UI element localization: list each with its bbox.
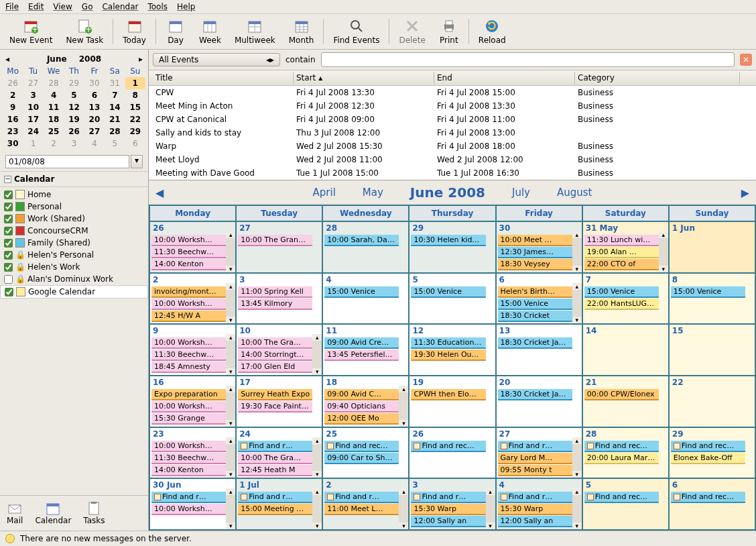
mini-day[interactable]: 16 — [3, 113, 23, 125]
calendar-event[interactable]: 10:00 The Gra… — [238, 453, 312, 464]
calendar-event[interactable]: 18:30 Cricket — [498, 311, 572, 322]
day-cell[interactable]: 910:00 Worksh…11:30 Beechw…18:45 Amnesty… — [150, 325, 237, 376]
calendar-event[interactable]: Find and r… — [324, 492, 399, 503]
day-cell[interactable]: 2018:30 Cricket Ja… — [497, 376, 583, 428]
calendar-event[interactable]: 12:00 QEE Mo — [324, 413, 399, 425]
event-row[interactable]: Meet LloydWed 2 Jul 2008 11:00Wed 2 Jul … — [149, 153, 756, 166]
calendar-event[interactable]: 10:00 The Gra… — [238, 337, 312, 349]
calendar-event[interactable]: Helen's Birth… — [498, 286, 572, 298]
calendar-event[interactable]: Find and r… — [498, 492, 572, 503]
day-cell[interactable]: 3Find and r…15:30 Warp12:00 Sally an▴▾ — [410, 479, 496, 531]
mini-day[interactable]: 30 — [84, 77, 105, 89]
mini-day[interactable]: 6 — [125, 138, 145, 150]
day-cell[interactable]: 1318:30 Cricket Ja… — [497, 325, 583, 376]
mini-day[interactable]: 22 — [125, 113, 145, 125]
calendar-event[interactable]: 15:30 Grange — [151, 413, 226, 425]
day-cell[interactable]: 2610:00 Worksh…11:30 Beechw…14:00 Kenton… — [150, 222, 237, 274]
calendar-event[interactable]: 19:00 Alan … — [584, 247, 659, 258]
calendar-event[interactable]: Elonex Bake-Off — [671, 453, 745, 464]
calendar-event[interactable]: Gary Lord M… — [498, 453, 572, 464]
search-input[interactable] — [321, 52, 735, 67]
day-cell[interactable]: 28Find and rec…20:00 Laura Mark… — [583, 428, 670, 480]
prev-month-arrow[interactable]: ◀ — [155, 186, 164, 199]
calendar-checkbox[interactable] — [4, 239, 13, 248]
date-dropdown[interactable]: ▾ — [131, 155, 143, 168]
next-month-arrow[interactable]: ▶ — [741, 186, 749, 199]
event-filter-combo[interactable]: All Events◂▸ — [153, 53, 280, 66]
menu-calendar[interactable]: Calendar — [102, 2, 138, 11]
calendar-event[interactable]: Find and rec… — [324, 441, 399, 452]
day-cell[interactable]: 1109:00 Avid Cre…13:45 Petersfield… — [323, 325, 410, 376]
day-cell[interactable]: 2invoicing/mont…10:00 Worksh…12:45 H/W A… — [150, 274, 237, 325]
calendar-event[interactable]: 18:30 Veysey — [498, 259, 572, 270]
day-cell[interactable]: 2710:00 The Grang… — [237, 222, 323, 274]
column-header[interactable]: Category — [575, 72, 740, 84]
mini-day[interactable]: 9 — [3, 101, 23, 113]
search-clear[interactable]: ✕ — [740, 54, 752, 66]
calendar-event[interactable]: 11:30 Education … — [411, 337, 485, 349]
cell-scrollbar[interactable]: ▴▾ — [226, 437, 235, 478]
calendar-event[interactable]: 14:00 Kenton — [151, 465, 226, 476]
cell-scrollbar[interactable]: ▴▾ — [226, 231, 235, 272]
mini-day[interactable]: 1 — [125, 77, 145, 89]
menu-help[interactable]: Help — [177, 2, 195, 11]
calendar-event[interactable]: 14:00 Storringt… — [238, 349, 312, 361]
mini-day[interactable]: 12 — [64, 101, 84, 113]
column-header[interactable]: Title — [153, 72, 294, 84]
reload-button[interactable]: Reload — [473, 17, 511, 46]
calendar-event[interactable]: Find and r… — [238, 492, 312, 503]
menu-go[interactable]: Go — [82, 2, 93, 11]
calendar-item[interactable]: Work (Shared) — [0, 213, 148, 225]
calendar-event[interactable]: 15:30 Warp — [411, 504, 485, 515]
calendar-item[interactable]: Personal — [0, 201, 148, 213]
day-cell[interactable]: 311:00 Spring Kell13:45 Kilmory — [237, 274, 323, 325]
day-cell[interactable]: 415:00 Venice — [323, 274, 410, 325]
calendar-item[interactable]: 🔒Helen's Work — [0, 261, 148, 273]
day-cell[interactable]: 2810:00 Sarah, Dav… — [323, 222, 410, 274]
mini-day[interactable]: 30 — [3, 138, 23, 150]
mini-cal-month[interactable]: June — [47, 54, 67, 64]
mini-day[interactable]: 6 — [84, 89, 105, 101]
day-cell[interactable]: 6Helen's Birth…15:00 Venice18:30 Cricket… — [497, 274, 583, 325]
calendar-event[interactable]: 12:45 Heath M — [238, 465, 312, 476]
calendar-event[interactable]: 12:00 Sally an — [498, 516, 572, 527]
cell-scrollbar[interactable]: ▴▾ — [399, 386, 408, 427]
day-cell[interactable]: 1 JulFind and r…15:00 Meeting …▴▾ — [237, 479, 323, 531]
mini-day[interactable]: 27 — [23, 77, 43, 89]
calendar-checkbox[interactable] — [4, 203, 13, 211]
day-cell[interactable]: 815:00 Venice — [670, 274, 756, 325]
day-cell[interactable]: 15 — [670, 325, 756, 376]
calendar-event[interactable]: Surrey Heath Expo — [238, 389, 312, 400]
cell-scrollbar[interactable]: ▴▾ — [486, 488, 495, 529]
date-input[interactable] — [5, 155, 129, 168]
today-button[interactable]: Today — [117, 17, 151, 46]
day-cell[interactable]: 22 — [670, 376, 756, 428]
collapse-icon[interactable]: − — [4, 176, 11, 183]
event-row[interactable]: Meeting with Dave GoodTue 1 Jul 2008 15:… — [149, 166, 756, 180]
day-cell[interactable]: 24Find and r…10:00 The Gra…12:45 Heath M… — [237, 428, 323, 480]
calendar-event[interactable]: 18:45 Amnesty — [151, 362, 226, 373]
calendar-event[interactable]: 10:30 Helen kids … — [411, 235, 485, 246]
cell-scrollbar[interactable]: ▴▾ — [572, 437, 582, 478]
calendar-event[interactable]: 15:30 Warp — [498, 504, 572, 515]
calendar-event[interactable]: 22:00 HantsLUG … — [584, 298, 659, 310]
calendar-event[interactable]: Find and rec… — [671, 492, 745, 503]
calendar-event[interactable]: 15:00 Venice — [324, 286, 399, 298]
event-row[interactable]: Meet Ming in ActonFri 4 Jul 2008 12:30Fr… — [149, 99, 756, 113]
calendar-event[interactable]: 11:30 Beechw… — [151, 453, 226, 464]
calendar-event[interactable]: 18:30 Cricket Ja… — [498, 389, 572, 400]
calendar-event[interactable]: CPWH then Elo… — [411, 389, 485, 400]
menu-tools[interactable]: Tools — [147, 2, 168, 11]
day-cell[interactable]: 2310:00 Worksh…11:30 Beechw…14:00 Kenton… — [150, 428, 237, 480]
calendar-event[interactable]: 12:30 James… — [498, 247, 572, 258]
month-button[interactable]: Month — [284, 17, 320, 46]
calendar-event[interactable]: 09:55 Monty t — [498, 465, 572, 476]
calendar-checkbox[interactable] — [4, 263, 13, 272]
calendar-event[interactable]: 15:00 Venice — [584, 286, 659, 298]
calendar-event[interactable]: 10:00 Meet … — [498, 235, 572, 246]
calendar-event[interactable]: 11:00 Spring Kell — [238, 286, 312, 298]
day-cell[interactable]: 2910:30 Helen kids … — [410, 222, 496, 274]
new-task-button[interactable]: +New Task — [60, 17, 109, 46]
mini-day[interactable]: 26 — [64, 125, 84, 138]
event-row[interactable]: CPWFri 4 Jul 2008 13:30Fri 4 Jul 2008 15… — [149, 86, 756, 99]
